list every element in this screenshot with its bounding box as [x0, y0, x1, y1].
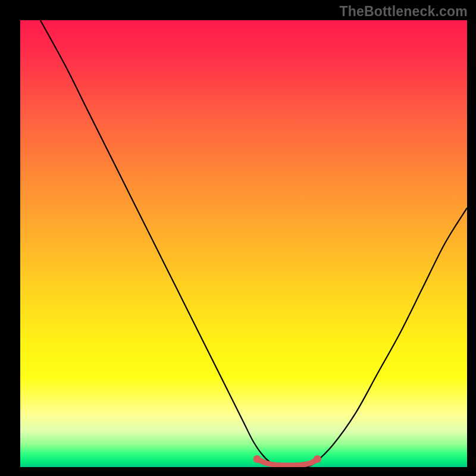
- optimal-range-marker-left-dot: [253, 455, 261, 463]
- chart-svg: [20, 20, 467, 467]
- optimal-range-marker-right-dot: [314, 455, 321, 463]
- chart-container: TheBottleneck.com: [0, 0, 476, 476]
- watermark-text: TheBottleneck.com: [339, 4, 468, 20]
- bottleneck-curve-path: [40, 20, 467, 467]
- optimal-range-marker-path: [257, 459, 317, 465]
- plot-area: [20, 20, 467, 467]
